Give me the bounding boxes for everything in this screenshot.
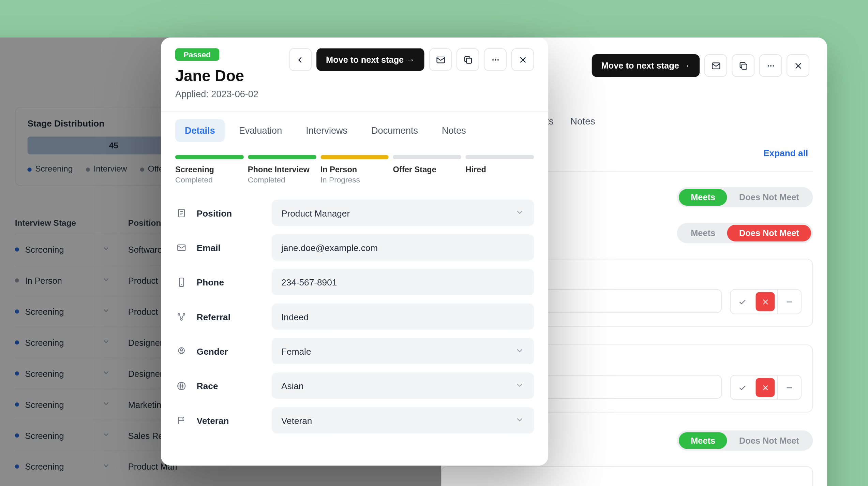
does-not-meet-option[interactable]: Does Not Meet — [727, 189, 811, 206]
chevron-down-icon[interactable] — [102, 399, 110, 410]
check-icon — [737, 297, 746, 306]
field-value: Product Manager — [281, 208, 350, 218]
svg-point-7 — [492, 59, 493, 60]
stage-dot-icon — [15, 402, 19, 407]
candidate-name: Jane Doe — [175, 67, 258, 85]
veteran-icon — [175, 415, 187, 425]
stage-state: Completed — [248, 175, 316, 184]
chevron-down-icon — [515, 415, 524, 426]
rating-fail-button[interactable] — [755, 378, 775, 397]
close-button[interactable] — [511, 48, 534, 71]
chevron-down-icon — [515, 345, 524, 357]
meets-option[interactable]: Meets — [679, 189, 727, 206]
chevron-down-icon[interactable] — [102, 245, 110, 255]
copy-button[interactable] — [457, 48, 479, 71]
stage-label: In PersonIn Progress — [320, 165, 389, 184]
tab-evaluation[interactable]: Evaluation — [229, 119, 291, 142]
rating-pass-button[interactable] — [731, 290, 753, 314]
stage-label: Offer Stage — [393, 165, 462, 184]
back-button[interactable] — [289, 48, 312, 71]
does-not-meet-option[interactable]: Does Not Meet — [727, 225, 811, 241]
tab-notes[interactable]: Notes — [432, 119, 476, 142]
tab-details[interactable]: Details — [175, 119, 225, 142]
meets-toggle[interactable]: Meets Does Not Meet — [677, 430, 813, 451]
field-row-email: Emailjane.doe@example.com — [175, 234, 534, 261]
field-value: 234-567-8901 — [281, 277, 337, 287]
svg-point-17 — [180, 349, 182, 351]
field-label: Email — [197, 242, 262, 253]
stage-label: Phone InterviewCompleted — [248, 165, 316, 184]
position-input[interactable]: Product Manager — [272, 200, 534, 226]
chevron-down-icon[interactable] — [102, 276, 110, 286]
more-button[interactable] — [484, 48, 506, 71]
table-header-stage[interactable]: Interview Stage — [15, 218, 128, 228]
row-stage-label: Screening — [25, 245, 64, 254]
stage-dot-icon — [15, 433, 19, 438]
does-not-meet-option[interactable]: Does Not Meet — [727, 432, 811, 449]
move-next-stage-button[interactable]: Move to next stage → — [592, 54, 700, 77]
field-value: Female — [281, 346, 311, 356]
svg-rect-11 — [177, 245, 185, 250]
field-row-race: RaceAsian — [175, 373, 534, 399]
veteran-input[interactable]: Veteran — [272, 407, 534, 433]
stage-bar — [393, 155, 462, 159]
meets-option[interactable]: Meets — [679, 225, 727, 241]
meets-option[interactable]: Meets — [679, 432, 727, 449]
stage-dot-icon — [15, 278, 19, 282]
svg-point-13 — [178, 313, 179, 315]
field-row-veteran: VeteranVeteran — [175, 407, 534, 433]
field-label: Position — [197, 208, 262, 218]
evaluation-rating-buttons — [730, 375, 802, 400]
phone-input[interactable]: 234-567-8901 — [272, 269, 534, 295]
row-stage-label: Screening — [25, 400, 64, 409]
tab-notes[interactable]: Notes — [570, 116, 595, 127]
race-input[interactable]: Asian — [272, 373, 534, 399]
field-label: Phone — [197, 277, 262, 287]
mail-button[interactable] — [704, 54, 727, 77]
svg-rect-1 — [742, 64, 747, 69]
chevron-down-icon[interactable] — [102, 430, 110, 441]
move-next-stage-button[interactable]: Move to next stage → — [316, 48, 424, 71]
row-stage-label: Screening — [25, 462, 64, 471]
legend-dot-icon — [27, 167, 31, 172]
gender-input[interactable]: Female — [272, 338, 534, 364]
stage-label: Hired — [466, 165, 534, 184]
email-input[interactable]: jane.doe@example.com — [272, 234, 534, 261]
row-stage-label: Screening — [25, 307, 64, 316]
stage-name: Phone Interview — [248, 165, 316, 174]
chevron-down-icon[interactable] — [102, 368, 110, 379]
close-button[interactable] — [787, 54, 809, 77]
field-row-gender: GenderFemale — [175, 338, 534, 364]
row-stage-label: Screening — [25, 431, 64, 440]
stage-dot-icon — [15, 340, 19, 344]
expand-all-link[interactable]: Expand all — [763, 148, 808, 158]
rating-skip-button[interactable] — [777, 290, 801, 314]
rating-pass-button[interactable] — [731, 375, 753, 399]
referral-input[interactable]: Indeed — [272, 304, 534, 330]
more-button[interactable] — [759, 54, 782, 77]
close-icon — [518, 55, 528, 65]
meets-toggle[interactable]: Meets Does Not Meet — [677, 187, 813, 207]
chevron-down-icon[interactable] — [102, 461, 110, 472]
svg-point-8 — [495, 59, 496, 60]
tab-interviews[interactable]: Interviews — [296, 119, 357, 142]
stage-dot-icon — [15, 247, 19, 251]
tab-documents[interactable]: Documents — [362, 119, 428, 142]
rating-fail-button[interactable] — [755, 292, 775, 311]
evaluation-card — [441, 466, 813, 486]
mail-button[interactable] — [429, 48, 452, 71]
stage-name: Hired — [466, 165, 534, 174]
field-label: Referral — [197, 311, 262, 322]
legend-dot-icon — [140, 167, 144, 172]
copy-button[interactable] — [732, 54, 754, 77]
status-badge: Passed — [175, 48, 219, 61]
meets-toggle[interactable]: Meets Does Not Meet — [677, 223, 813, 243]
rating-skip-button[interactable] — [777, 375, 801, 399]
position-icon — [175, 208, 187, 218]
gender-icon — [175, 346, 187, 356]
chevron-down-icon[interactable] — [102, 306, 110, 316]
chevron-down-icon[interactable] — [102, 337, 110, 348]
svg-point-15 — [180, 318, 182, 320]
mail-icon — [435, 55, 446, 65]
field-value: Veteran — [281, 415, 312, 425]
